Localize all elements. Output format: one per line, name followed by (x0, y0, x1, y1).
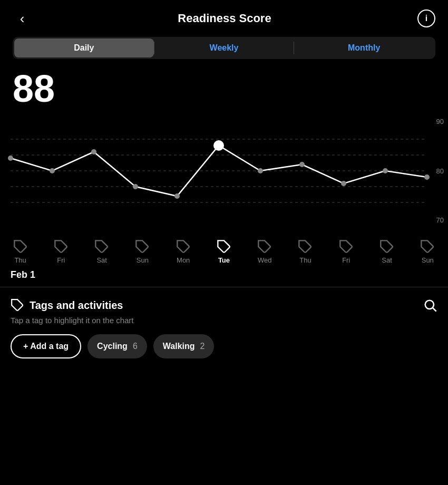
svg-point-5 (8, 156, 13, 161)
svg-point-11 (258, 168, 263, 173)
day-col-sun-3[interactable]: Sun (122, 239, 163, 264)
day-col-wed-6[interactable]: Wed (245, 239, 285, 264)
svg-point-6 (50, 168, 55, 173)
chart-container: 90 80 70 (0, 118, 448, 239)
tag-icon-0 (13, 239, 28, 254)
day-label-3: Sun (137, 256, 149, 264)
day-col-thu-7[interactable]: Thu (285, 239, 326, 264)
walking-tag-count: 2 (200, 342, 205, 351)
svg-point-9 (174, 193, 180, 199)
day-col-sat-2[interactable]: Sat (82, 239, 122, 264)
cycling-tag[interactable]: Cycling 6 (87, 334, 147, 358)
day-label-7: Thu (299, 256, 311, 264)
day-col-thu-0[interactable]: Thu (0, 239, 41, 264)
tab-bar: Daily Weekly Monthly (13, 37, 435, 59)
day-label-8: Fri (342, 256, 350, 264)
tag-icon-2 (94, 239, 109, 254)
tag-icon-1 (54, 239, 69, 254)
day-col-mon-4[interactable]: Mon (163, 239, 203, 264)
tab-weekly[interactable]: Weekly (154, 38, 294, 57)
svg-point-10 (213, 140, 224, 151)
tag-icon-4 (176, 239, 191, 254)
day-icons-row: ThuFriSatSunMonTueWedThuFriSatSun (0, 239, 448, 264)
day-label-5: Tue (218, 256, 230, 264)
day-label-10: Sun (422, 256, 434, 264)
svg-point-12 (299, 162, 305, 167)
info-button[interactable]: i (417, 9, 435, 27)
svg-point-28 (425, 300, 434, 309)
tags-chips: + Add a tag Cycling 6 Walking 2 (11, 334, 437, 358)
day-label-6: Wed (258, 256, 272, 264)
day-col-fri-8[interactable]: Fri (326, 239, 366, 264)
walking-tag[interactable]: Walking 2 (153, 334, 215, 358)
tab-daily[interactable]: Daily (14, 38, 154, 57)
svg-point-15 (424, 174, 430, 180)
svg-line-29 (433, 308, 436, 311)
day-col-tue-5[interactable]: Tue (203, 239, 244, 264)
day-col-sun-10[interactable]: Sun (407, 239, 448, 264)
tag-icon-9 (379, 239, 394, 254)
cycling-tag-count: 6 (133, 342, 138, 351)
tab-monthly[interactable]: Monthly (294, 38, 434, 57)
day-label-1: Fri (57, 256, 65, 264)
svg-point-8 (133, 184, 138, 189)
cycling-tag-label: Cycling (97, 342, 128, 351)
tags-title-row: Tags and activities (11, 298, 123, 312)
tag-section-icon (11, 298, 24, 312)
day-label-2: Sat (96, 256, 107, 264)
date-label: Feb 1 (0, 264, 448, 287)
add-tag-button[interactable]: + Add a tag (11, 334, 81, 358)
tag-icon-6 (257, 239, 272, 254)
tags-subtitle: Tap a tag to highlight it on the chart (11, 316, 437, 325)
score-value: 88 (13, 70, 435, 108)
tags-header: Tags and activities (11, 298, 437, 313)
tags-section: Tags and activities Tap a tag to highlig… (0, 287, 448, 358)
tags-title: Tags and activities (30, 299, 123, 312)
day-label-0: Thu (14, 256, 26, 264)
header: ‹ Readiness Score i (0, 0, 448, 33)
tag-icon-5 (217, 239, 231, 254)
svg-point-14 (383, 168, 388, 173)
back-button[interactable]: ‹ (13, 11, 32, 27)
search-icon[interactable] (423, 298, 437, 313)
chart-svg (0, 118, 448, 224)
score-section: 88 (0, 59, 448, 108)
walking-tag-label: Walking (163, 342, 195, 351)
day-col-fri-1[interactable]: Fri (41, 239, 81, 264)
day-label-4: Mon (177, 256, 190, 264)
svg-point-7 (91, 149, 96, 154)
tag-icon-7 (298, 239, 313, 254)
page-title: Readiness Score (178, 12, 271, 25)
day-label-9: Sat (382, 256, 392, 264)
tag-icon-8 (339, 239, 354, 254)
day-col-sat-9[interactable]: Sat (366, 239, 407, 264)
svg-point-13 (341, 181, 346, 186)
tag-icon-10 (420, 239, 435, 254)
tag-icon-3 (135, 239, 150, 254)
